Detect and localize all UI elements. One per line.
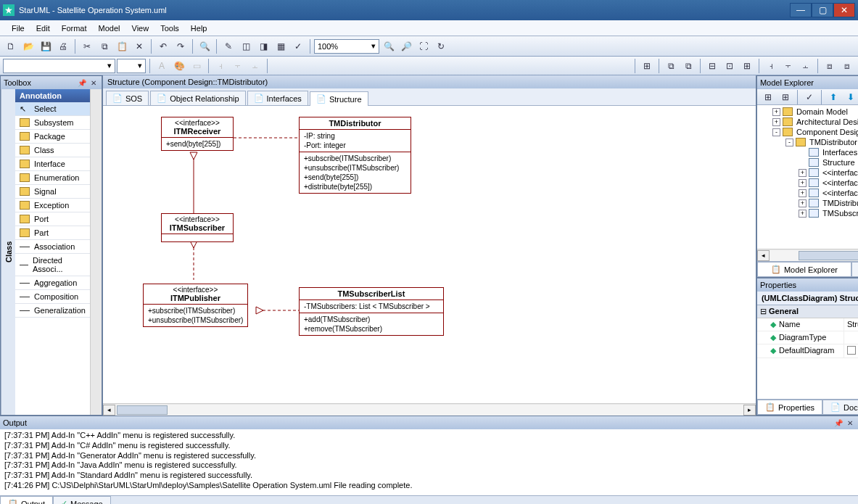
- tab-model-explorer[interactable]: 📋Model Explorer: [757, 262, 851, 277]
- tool2-icon[interactable]: ◫: [238, 38, 254, 54]
- scroll-right-icon[interactable]: ▸: [743, 405, 756, 416]
- checkbox-icon[interactable]: [847, 346, 856, 355]
- layout6-icon[interactable]: ⊞: [739, 58, 755, 74]
- layout9-icon[interactable]: ⫠: [798, 58, 814, 74]
- edit-icon[interactable]: ✎: [220, 38, 236, 54]
- layout7-icon[interactable]: ⫞: [763, 58, 779, 74]
- uml-itmreceiver[interactable]: <<interface>>ITMReceiver +send(byte[255]…: [161, 117, 234, 151]
- toolbox-item[interactable]: Directed Associ...: [15, 254, 90, 276]
- fill-color-icon[interactable]: 🎨: [171, 58, 187, 74]
- layout1-icon[interactable]: ⊞: [639, 58, 655, 74]
- props-value[interactable]: [844, 331, 858, 344]
- open-icon[interactable]: 📂: [20, 38, 36, 54]
- menu-file[interactable]: File: [6, 22, 30, 34]
- toolbox-item[interactable]: Part: [15, 226, 90, 240]
- toolbox-item[interactable]: Exception: [15, 199, 90, 212]
- tree-toggle-icon[interactable]: +: [772, 118, 780, 126]
- print-icon[interactable]: 🖨: [55, 38, 71, 54]
- layout3-icon[interactable]: ⧉: [680, 58, 696, 74]
- explorer-hscroll[interactable]: ◂ ▸: [757, 249, 858, 261]
- diagram-tab[interactable]: 📄SOS: [106, 91, 149, 105]
- layout5-icon[interactable]: ⊡: [722, 58, 738, 74]
- diagram-tab[interactable]: 📄Interfaces: [247, 91, 308, 105]
- tab-documentation[interactable]: 📄Documentation: [822, 400, 858, 415]
- toolbox-item[interactable]: Signal: [15, 185, 90, 199]
- verify-icon[interactable]: ✓: [290, 38, 306, 54]
- toolbox-item[interactable]: Generalization: [15, 304, 90, 318]
- toolbox-item[interactable]: Interface: [15, 157, 90, 171]
- tool3-icon[interactable]: ◨: [255, 38, 271, 54]
- uml-itmpublisher[interactable]: <<interface>>ITMPublisher +subscribe(ITM…: [143, 284, 248, 327]
- tab-diagram-explorer[interactable]: 📋Diagram Explorer: [851, 262, 858, 277]
- menu-model[interactable]: Model: [93, 22, 126, 34]
- zoom-combo[interactable]: 100%▾: [314, 39, 379, 54]
- canvas-hscroll[interactable]: ◂ ▸: [103, 403, 756, 416]
- save-icon[interactable]: 💾: [38, 38, 54, 54]
- output-close-icon[interactable]: ✕: [845, 418, 855, 428]
- tree-toggle-icon[interactable]: +: [799, 169, 807, 177]
- zoom-in-icon[interactable]: 🔎: [398, 38, 414, 54]
- zoom-fit-icon[interactable]: ⛶: [416, 38, 432, 54]
- uml-tmsubscriberlist[interactable]: TMSubscriberList -TMSubscribers: List < …: [299, 287, 444, 336]
- diagram-tab[interactable]: 📄Structure: [310, 91, 368, 106]
- maximize-button[interactable]: ▢: [812, 3, 833, 17]
- explorer-up-icon[interactable]: ⬆: [825, 89, 841, 105]
- align3-icon[interactable]: ⫠: [247, 58, 263, 74]
- new-icon[interactable]: 🗋: [3, 38, 19, 54]
- toolbox-item[interactable]: Class: [15, 144, 90, 157]
- line-color-icon[interactable]: ▭: [189, 58, 205, 74]
- align2-icon[interactable]: ⫟: [230, 58, 246, 74]
- close-panel-icon[interactable]: ✕: [88, 78, 99, 88]
- uml-itmsubscriber[interactable]: <<interface>>ITMSubscriber: [161, 213, 234, 242]
- tree-node[interactable]: Interfaces: [759, 147, 858, 157]
- explorer-down-icon[interactable]: ⬇: [843, 89, 858, 105]
- toolbox-item[interactable]: Aggregation: [15, 276, 90, 290]
- toolbox-category-tab[interactable]: Class: [1, 89, 15, 415]
- tree-node[interactable]: +TMDistributor: [759, 198, 858, 208]
- tab-message[interactable]: ✓Message: [53, 496, 111, 504]
- uml-tmdistributor[interactable]: TMDistributor -IP: string -Port: integer…: [299, 117, 411, 194]
- find-icon[interactable]: 🔍: [197, 38, 213, 54]
- tree-node[interactable]: +<<interface>> TMPublisher: [759, 178, 858, 188]
- pin-icon[interactable]: 📌: [77, 78, 87, 88]
- tree-node[interactable]: +TMSubscriberList: [759, 208, 858, 218]
- toolbox-item[interactable]: Enumeration: [15, 171, 90, 185]
- model-tree[interactable]: +Domain Model+Architectural Design-Compo…: [757, 105, 858, 249]
- tree-toggle-icon[interactable]: +: [799, 189, 807, 197]
- explorer-scroll-left-icon[interactable]: ◂: [757, 250, 770, 261]
- toolbox-item[interactable]: Port: [15, 212, 90, 226]
- tree-toggle-icon[interactable]: +: [799, 179, 807, 187]
- paste-icon[interactable]: 📋: [114, 38, 130, 54]
- diagram-canvas[interactable]: <<interface>>ITMReceiver +send(byte[255]…: [103, 106, 756, 403]
- props-section[interactable]: ⊟ General: [757, 305, 858, 318]
- tab-properties[interactable]: 📋Properties: [757, 400, 822, 415]
- align1-icon[interactable]: ⫞: [213, 58, 228, 74]
- cut-icon[interactable]: ✂: [79, 38, 95, 54]
- close-button[interactable]: ✕: [833, 3, 855, 17]
- toolbox-item[interactable]: ↖Select: [15, 102, 90, 116]
- toolbox-section-header[interactable]: Annotation: [15, 89, 90, 102]
- toolbox-item[interactable]: Package: [15, 130, 90, 144]
- zoom-out-icon[interactable]: 🔍: [381, 38, 397, 54]
- redo-icon[interactable]: ↷: [173, 38, 189, 54]
- layout8-icon[interactable]: ⫟: [780, 58, 796, 74]
- toolbox-item[interactable]: Association: [15, 240, 90, 254]
- menu-edit[interactable]: Edit: [30, 22, 56, 34]
- tree-node[interactable]: +Architectural Design: [759, 117, 858, 127]
- toolbox-item[interactable]: Subsystem: [15, 116, 90, 130]
- props-value[interactable]: Structure: [844, 318, 858, 331]
- minimize-button[interactable]: —: [790, 3, 812, 17]
- tree-node[interactable]: +<<interface>> ITMReceiver: [759, 168, 858, 178]
- tree-toggle-icon[interactable]: +: [799, 210, 807, 218]
- layout11-icon[interactable]: ⧈: [839, 58, 855, 74]
- tree-toggle-icon[interactable]: +: [772, 108, 780, 116]
- tool4-icon[interactable]: ▦: [273, 38, 289, 54]
- scroll-left-icon[interactable]: ◂: [103, 405, 115, 416]
- copy-icon[interactable]: ⧉: [96, 38, 112, 54]
- font-size-combo[interactable]: ▾: [117, 59, 146, 73]
- stereotype-combo[interactable]: ▾: [3, 59, 115, 73]
- diagram-tab[interactable]: 📄Object Relationship: [150, 91, 245, 105]
- layout4-icon[interactable]: ⊟: [704, 58, 720, 74]
- layout2-icon[interactable]: ⧉: [663, 58, 679, 74]
- menu-format[interactable]: Format: [56, 22, 93, 34]
